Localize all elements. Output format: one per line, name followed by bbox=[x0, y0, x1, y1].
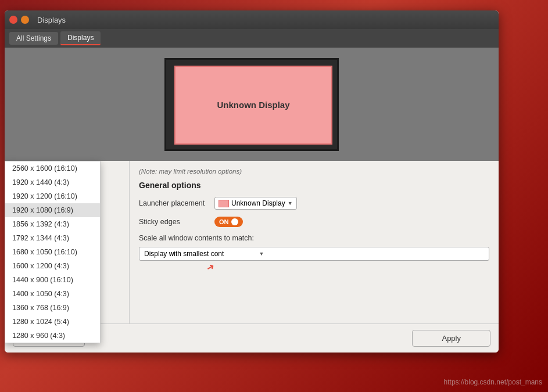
launcher-color-box bbox=[219, 200, 229, 207]
sticky-edges-toggle[interactable]: ON bbox=[214, 217, 243, 227]
display-monitor: Unknown Display bbox=[164, 58, 339, 151]
dropdown-item-9[interactable]: 1400 x 1050 (4:3) bbox=[5, 287, 100, 301]
dropdown-item-4[interactable]: 1856 x 1392 (4:3) bbox=[5, 217, 100, 231]
launcher-placement-label: Launcher placement bbox=[139, 199, 209, 207]
monitor-screen[interactable]: Unknown Display bbox=[174, 66, 332, 145]
window-title: Displays bbox=[37, 16, 66, 24]
resolution-dropdown[interactable]: 2560 x 1600 (16:10) 1920 x 1440 (4:3) 19… bbox=[5, 161, 101, 343]
dropdown-item-5[interactable]: 1792 x 1344 (4:3) bbox=[5, 231, 100, 245]
scale-chevron-down-icon: ▼ bbox=[259, 251, 264, 257]
launcher-placement-row: Launcher placement Unknown Display ▼ bbox=[139, 197, 489, 210]
apply-button[interactable]: Apply bbox=[412, 330, 490, 347]
dropdown-item-7[interactable]: 1600 x 1200 (4:3) bbox=[5, 259, 100, 273]
monitor-bezel: Unknown Display bbox=[164, 58, 339, 151]
scale-dropdown[interactable]: Display with smallest cont ▼ bbox=[139, 247, 489, 261]
display-preview-area: Unknown Display bbox=[5, 48, 499, 161]
general-options-title: General options bbox=[139, 181, 489, 190]
dropdown-item-3[interactable]: 1920 x 1080 (16:9) bbox=[5, 203, 100, 217]
close-button[interactable] bbox=[9, 16, 17, 24]
dropdown-item-11[interactable]: 1280 x 1024 (5:4) bbox=[5, 315, 100, 329]
sticky-edges-label: Sticky edges bbox=[139, 218, 209, 226]
monitor-label: Unknown Display bbox=[217, 100, 289, 110]
chevron-down-icon: ▼ bbox=[288, 200, 293, 206]
dropdown-item-6[interactable]: 1680 x 1050 (16:10) bbox=[5, 245, 100, 259]
content-area: 2560 x 1600 (16:10) 1920 x 1440 (4:3) 19… bbox=[5, 161, 499, 323]
rotation-note: (Note: may limit resolution options) bbox=[139, 168, 489, 175]
launcher-text: Unknown Display bbox=[231, 199, 285, 207]
displays-window: Displays All Settings Displays Unknown D… bbox=[5, 10, 499, 353]
scale-dropdown-text: Display with smallest cont bbox=[144, 250, 224, 258]
dropdown-item-12[interactable]: 1280 x 960 (4:3) bbox=[5, 329, 100, 343]
toggle-circle bbox=[231, 218, 238, 225]
dropdown-item-1[interactable]: 1920 x 1440 (4:3) bbox=[5, 175, 100, 189]
minimize-button[interactable] bbox=[21, 16, 29, 24]
titlebar: Displays bbox=[5, 10, 499, 29]
toggle-on-label: ON bbox=[219, 218, 229, 225]
nav-bar: All Settings Displays bbox=[5, 29, 499, 48]
launcher-dropdown[interactable]: Unknown Display ▼ bbox=[214, 197, 297, 210]
dropdown-item-0[interactable]: 2560 x 1600 (16:10) bbox=[5, 161, 100, 175]
sticky-edges-row: Sticky edges ON bbox=[139, 217, 489, 227]
all-settings-button[interactable]: All Settings bbox=[9, 32, 58, 45]
dropdown-item-2[interactable]: 1920 x 1200 (16:10) bbox=[5, 189, 100, 203]
scale-all-label: Scale all window contents to match: bbox=[139, 234, 489, 242]
scale-section: Scale all window contents to match: Disp… bbox=[139, 234, 489, 261]
watermark: https://blog.csdn.net/post_mans bbox=[444, 378, 542, 386]
right-panel: (Note: may limit resolution options) Gen… bbox=[130, 161, 499, 323]
dropdown-item-8[interactable]: 1440 x 900 (16:10) bbox=[5, 273, 100, 287]
displays-button[interactable]: Displays bbox=[60, 31, 101, 45]
dropdown-item-10[interactable]: 1360 x 768 (16:9) bbox=[5, 301, 100, 315]
